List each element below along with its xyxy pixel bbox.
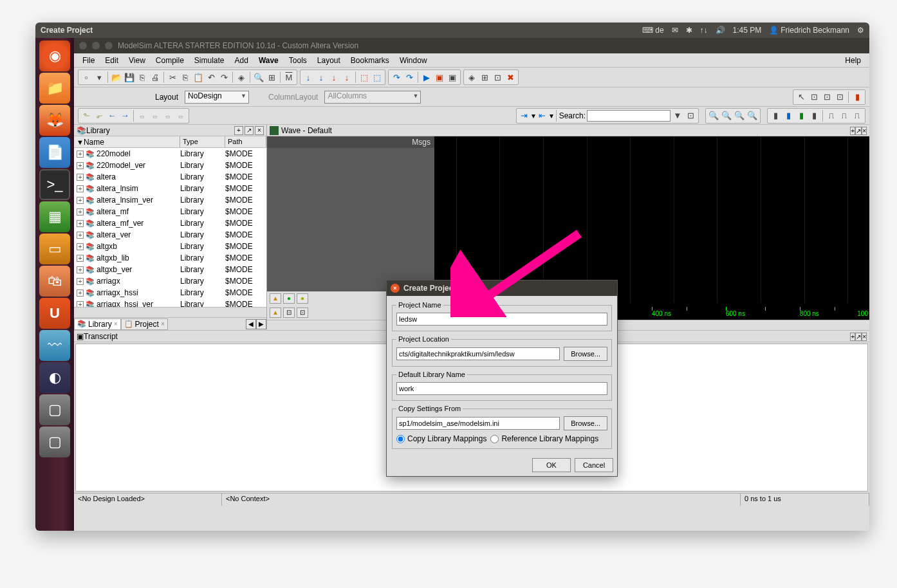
nav3-icon[interactable]: ← [106, 110, 118, 122]
menu-layout[interactable]: Layout [313, 55, 345, 66]
wave-add-icon[interactable]: + [850, 127, 855, 135]
struct-icon[interactable]: ⊞ [266, 71, 277, 83]
wt1-icon[interactable]: ▲ [270, 293, 281, 304]
sel-icon[interactable]: ⊡ [808, 91, 820, 103]
project-name-input[interactable] [396, 313, 607, 326]
wireshark-icon[interactable]: 〰 [39, 330, 70, 361]
dialog-close-icon[interactable]: × [391, 284, 400, 293]
menu-file[interactable]: File [78, 55, 99, 66]
library-row[interactable]: +📚arriagx_hssiLibrary$MODE [74, 287, 266, 299]
redo-icon[interactable]: ↷ [218, 71, 230, 83]
library-row[interactable]: +📚altgxb_verLibrary$MODE [74, 264, 266, 275]
columnlayout-select[interactable]: AllColumns [324, 91, 421, 104]
menu-add[interactable]: Add [230, 55, 253, 66]
library-row[interactable]: +📚220modelLibrary$MODE [74, 148, 266, 160]
eclipse-icon[interactable]: ◐ [39, 362, 70, 393]
library-row[interactable]: +📚altgxb_libLibrary$MODE [74, 252, 266, 264]
tool3-icon[interactable]: ⊡ [492, 71, 503, 83]
sel3-icon[interactable]: ⊡ [834, 91, 846, 103]
w2-icon[interactable]: ⏛ [149, 110, 161, 122]
menu-help[interactable]: Help [840, 55, 865, 66]
tab-right-icon[interactable]: ▶ [256, 319, 266, 329]
fmt3-icon[interactable]: ▮ [795, 110, 807, 122]
library-row[interactable]: +📚arriagxLibrary$MODE [74, 275, 266, 287]
w4-icon[interactable]: ⏛ [175, 110, 187, 122]
cursor2-icon[interactable]: ↓ [315, 71, 327, 83]
menu-compile[interactable]: Compile [151, 55, 189, 66]
app-icon-2[interactable]: ▢ [39, 427, 70, 457]
cursor-icon[interactable]: ↓ [302, 71, 314, 83]
calc-icon[interactable]: ▦ [39, 201, 70, 232]
open-icon[interactable]: 📂 [111, 71, 122, 83]
new-icon[interactable]: ▫ [80, 71, 92, 83]
nav4-icon[interactable]: → [119, 110, 131, 122]
nav2-icon[interactable]: ⬐ [93, 110, 105, 122]
library-row[interactable]: +📚alteraLibrary$MODE [74, 171, 266, 183]
flag-icon[interactable]: ▮ [851, 91, 863, 103]
window-titlebar[interactable]: ModelSim ALTERA STARTER EDITION 10.1d - … [74, 38, 869, 53]
hscroll[interactable] [74, 307, 266, 317]
fmt1-icon[interactable]: ▮ [770, 110, 781, 122]
goto-icon[interactable]: ⇥ [519, 110, 530, 122]
tr-close-icon[interactable]: × [862, 333, 867, 341]
menu-view[interactable]: View [124, 55, 150, 66]
stop-icon[interactable]: ▣ [447, 71, 458, 83]
menu-tools[interactable]: Tools [284, 55, 311, 66]
tab-project[interactable]: 📋Project× [121, 318, 168, 330]
files-icon[interactable]: 📁 [39, 73, 70, 104]
bluetooth-icon[interactable]: ✱ [686, 26, 692, 35]
sig3-icon[interactable]: ⎍ [851, 110, 863, 122]
run-icon[interactable]: ▶ [421, 71, 432, 83]
zoomout-icon[interactable]: 🔍 [721, 110, 732, 122]
tab-library[interactable]: 📚Library× [74, 318, 121, 330]
library-row[interactable]: +📚altera_lnsim_verLibrary$MODE [74, 194, 266, 206]
tool4-icon[interactable]: ✖ [504, 71, 516, 83]
menu-simulate[interactable]: Simulate [190, 55, 229, 66]
menu-bookmarks[interactable]: Bookmarks [346, 55, 394, 66]
minimize-icon[interactable] [92, 42, 100, 50]
menu-edit[interactable]: Edit [100, 55, 123, 66]
cancel-button[interactable]: Cancel [575, 458, 613, 472]
nav1-icon[interactable]: ⬑ [80, 110, 92, 122]
zoomfull-icon[interactable]: 🔍 [734, 110, 745, 122]
sig2-icon[interactable]: ⎍ [838, 110, 850, 122]
wt2-icon[interactable]: ● [283, 293, 295, 304]
dialog-titlebar[interactable]: × Create Project [387, 280, 617, 296]
library-row[interactable]: +📚altera_mf_verLibrary$MODE [74, 217, 266, 229]
library-row[interactable]: +📚altera_verLibrary$MODE [74, 229, 266, 241]
w1-icon[interactable]: ⏛ [136, 110, 148, 122]
wave-close-icon[interactable]: × [862, 127, 867, 135]
print-icon[interactable]: 🖨 [149, 71, 161, 83]
wave-undock-icon[interactable]: ↗ [855, 127, 862, 135]
app-icon[interactable]: ▢ [39, 394, 70, 425]
search-next-icon[interactable]: ▼ [672, 110, 683, 122]
menu-wave[interactable]: Wave [254, 55, 283, 66]
compile-icon[interactable]: ◈ [236, 71, 247, 83]
save-icon[interactable]: 💾 [124, 71, 135, 83]
w3-icon[interactable]: ⏛ [162, 110, 174, 122]
add-icon[interactable]: ⬚ [371, 71, 383, 83]
fmt2-icon[interactable]: ▮ [782, 110, 794, 122]
zoomin-icon[interactable]: 🔍 [708, 110, 719, 122]
terminal-icon[interactable]: >_ [39, 169, 70, 200]
default-library-input[interactable] [396, 382, 607, 395]
tab-left-icon[interactable]: ◀ [246, 319, 256, 329]
cursor4-icon[interactable]: ↓ [341, 71, 353, 83]
cursor3-icon[interactable]: ↓ [328, 71, 340, 83]
mail-icon[interactable]: ✉ [672, 26, 678, 35]
goto2-icon[interactable]: ⇤ [537, 110, 548, 122]
library-list[interactable]: +📚220modelLibrary$MODE+📚220model_verLibr… [74, 148, 266, 307]
library-row[interactable]: +📚arriagx_hssi_verLibrary$MODE [74, 299, 266, 307]
wp3-icon[interactable]: ⊡ [297, 308, 308, 318]
firefox-icon[interactable]: 🦊 [39, 105, 70, 136]
dash-icon[interactable]: ◉ [39, 41, 70, 71]
copy-mappings-radio[interactable]: Copy Library Mappings [396, 434, 486, 443]
search-opts-icon[interactable]: ⊡ [685, 110, 696, 122]
undo-icon[interactable]: ↶ [205, 71, 217, 83]
network-icon[interactable]: ↑↓ [700, 26, 708, 35]
library-row[interactable]: +📚altgxbLibrary$MODE [74, 241, 266, 252]
step-icon[interactable]: ↷ [391, 71, 402, 83]
layout-select[interactable]: NoDesign [185, 91, 249, 104]
multi-save-icon[interactable]: ⎘ [136, 71, 148, 83]
browse-location-button[interactable]: Browse... [564, 347, 607, 361]
